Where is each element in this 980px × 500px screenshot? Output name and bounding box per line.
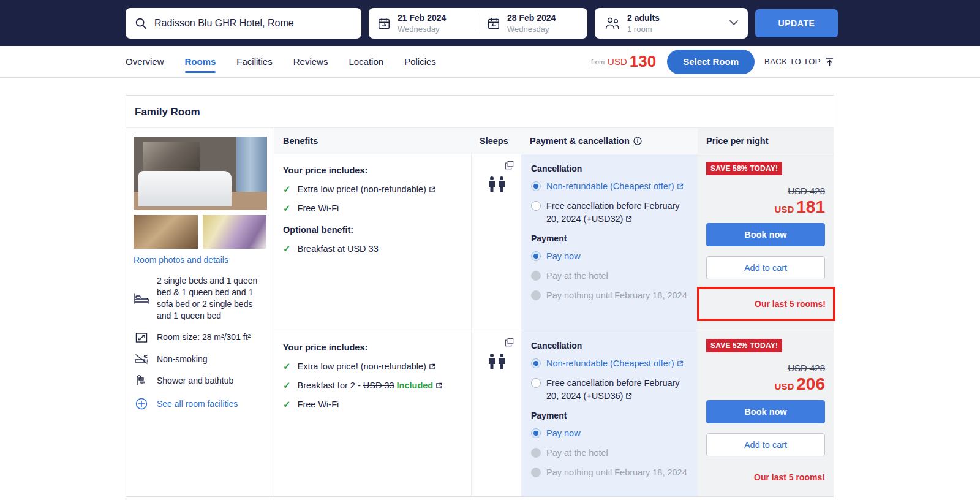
- checkout-date-picker[interactable]: 28 Feb 2024 Wednesday: [478, 8, 587, 39]
- update-button[interactable]: UPDATE: [755, 9, 838, 37]
- add-to-cart-button[interactable]: Add to cart: [706, 433, 825, 456]
- save-badge: SAVE 58% TODAY!: [706, 162, 782, 175]
- room-photo-main[interactable]: [134, 137, 267, 210]
- search-icon: [134, 17, 148, 30]
- external-link-icon[interactable]: [677, 360, 684, 367]
- arrow-up-to-line-icon: [825, 57, 834, 67]
- benefit-strikethrough-price: USD 33: [363, 381, 394, 390]
- external-link-icon[interactable]: [435, 382, 442, 389]
- option-label: Free cancellation before February 20, 20…: [546, 378, 680, 400]
- rooms-list: Family Room Room photos and details: [0, 78, 980, 497]
- current-price-currency: USD: [775, 381, 794, 392]
- chevron-down-icon: [729, 20, 738, 26]
- cancellation-option-nonrefundable[interactable]: Non-refundable (Cheapest offer): [531, 357, 688, 369]
- expand-icon[interactable]: [505, 338, 514, 347]
- offer-1-payment-cancellation: Cancellation Non-refundable (Cheapest of…: [521, 154, 698, 331]
- room-title: Family Room: [135, 106, 825, 118]
- room-size-item: Room size: 28 m²/301 ft²: [134, 331, 266, 344]
- from-price-value: 130: [630, 52, 656, 71]
- offer-1-sleeps: [471, 154, 521, 331]
- external-link-icon[interactable]: [677, 183, 684, 190]
- tab-reviews[interactable]: Reviews: [293, 46, 328, 77]
- optional-benefit-label: Optional benefit:: [283, 225, 460, 235]
- tab-location[interactable]: Location: [349, 46, 383, 77]
- external-link-icon[interactable]: [625, 216, 632, 222]
- non-smoking-item: Non-smoking: [134, 354, 266, 365]
- radio-selected: [531, 181, 541, 191]
- save-badge: SAVE 52% TODAY!: [706, 339, 782, 352]
- room-photo-thumbnails: [134, 215, 266, 249]
- tab-rooms[interactable]: Rooms: [185, 46, 216, 77]
- external-link-icon[interactable]: [429, 363, 435, 370]
- book-now-button[interactable]: Book now: [706, 223, 825, 246]
- payment-option-pay-nothing-until: Pay nothing until February 18, 2024: [531, 289, 688, 301]
- non-smoking-text: Non-smoking: [157, 354, 207, 365]
- room-photo-thumb-2[interactable]: [203, 215, 267, 249]
- checkout-calendar-icon: [487, 17, 500, 30]
- from-price-currency: USD: [608, 56, 627, 67]
- payment-option-pay-nothing-until: Pay nothing until February 18, 2024: [531, 466, 688, 479]
- no-smoking-icon: [134, 354, 149, 365]
- payment-option-pay-now[interactable]: Pay now: [531, 250, 688, 262]
- urgency-message: Our last 5 rooms!: [706, 472, 825, 482]
- see-all-facilities-link[interactable]: See all room facilities: [134, 398, 266, 410]
- checkin-date: 21 Feb 2024: [398, 13, 446, 23]
- shower-icon: [134, 374, 149, 387]
- cancellation-option-free-cancellation[interactable]: Free cancellation before February 20, 20…: [531, 377, 688, 402]
- hotel-search-box[interactable]: [126, 8, 361, 39]
- room-photo-thumb-1[interactable]: [134, 215, 198, 249]
- hotel-page-nav: Overview Rooms Facilities Reviews Locati…: [0, 46, 980, 78]
- back-to-top-link[interactable]: BACK TO TOP: [764, 57, 834, 67]
- select-room-button[interactable]: Select Room: [667, 50, 755, 74]
- guests-rooms: 1 room: [627, 25, 660, 34]
- adult-icon: [498, 176, 505, 192]
- urgency-message: Our last 5 rooms!: [707, 299, 826, 309]
- back-to-top-label: BACK TO TOP: [764, 57, 821, 66]
- tab-policies[interactable]: Policies: [404, 46, 436, 77]
- guests-selector[interactable]: 2 adults 1 room: [595, 8, 748, 39]
- checkin-date-picker[interactable]: 21 Feb 2024 Wednesday: [369, 8, 478, 39]
- room-summary-column: Room photos and details 2 single beds an…: [126, 128, 274, 496]
- benefit-text: Free Wi-Fi: [298, 398, 339, 411]
- external-link-icon[interactable]: [625, 393, 632, 400]
- option-label: Pay nothing until February 18, 2024: [546, 289, 687, 301]
- expand-icon[interactable]: [505, 161, 514, 170]
- payment-option-pay-at-hotel: Pay at the hotel: [531, 270, 688, 282]
- payment-option-pay-at-hotel: Pay at the hotel: [531, 447, 688, 459]
- original-price: USD 428: [706, 186, 825, 196]
- tab-overview[interactable]: Overview: [126, 46, 164, 77]
- benefit-breakfast-optional: ✓ Breakfast at USD 33: [283, 243, 460, 256]
- nav-price-summary: from USD 130 Select Room BACK TO TOP: [591, 50, 834, 74]
- radio-disabled: [531, 271, 541, 281]
- cancellation-option-nonrefundable[interactable]: Non-refundable (Cheapest offer): [531, 180, 688, 192]
- price-column-header: Price per night: [698, 128, 834, 154]
- payment-option-pay-now[interactable]: Pay now: [531, 427, 688, 439]
- see-all-facilities-label: See all room facilities: [157, 399, 238, 409]
- checkin-day: Wednesday: [398, 25, 446, 34]
- guests-adults: 2 adults: [627, 13, 660, 23]
- external-link-icon[interactable]: [429, 186, 435, 193]
- offer-2-payment-cancellation: Cancellation Non-refundable (Cheapest of…: [521, 331, 698, 496]
- benefit-text: Extra low price! (non-refundable): [298, 362, 426, 371]
- benefit-extra-low-price: ✓ Extra low price! (non-refundable): [283, 360, 460, 373]
- cancellation-option-free-cancellation[interactable]: Free cancellation before February 20, 20…: [531, 200, 688, 225]
- book-now-button[interactable]: Book now: [706, 400, 825, 423]
- checkin-calendar-icon: [377, 17, 391, 30]
- info-icon[interactable]: [633, 137, 642, 145]
- date-range-picker: 21 Feb 2024 Wednesday 28 Feb 2024 Wednes…: [369, 8, 587, 39]
- tab-facilities[interactable]: Facilities: [236, 46, 272, 77]
- guests-icon: [605, 17, 620, 30]
- current-price-value: 206: [796, 374, 825, 393]
- hotel-search-input[interactable]: [154, 18, 353, 29]
- tab-list: Overview Rooms Facilities Reviews Locati…: [126, 46, 436, 77]
- adult-icon: [488, 354, 496, 369]
- option-label: Pay at the hotel: [546, 270, 608, 282]
- sleeps-occupancy-2-adults: [472, 354, 521, 369]
- cancellation-label: Cancellation: [531, 164, 688, 173]
- room-photos-details-link[interactable]: Room photos and details: [134, 255, 228, 265]
- option-label: Pay nothing until February 18, 2024: [546, 466, 687, 479]
- add-to-cart-button[interactable]: Add to cart: [706, 256, 825, 279]
- radio-unselected: [531, 201, 541, 211]
- bed-icon: [134, 292, 149, 305]
- room-size-text: Room size: 28 m²/301 ft²: [157, 331, 251, 343]
